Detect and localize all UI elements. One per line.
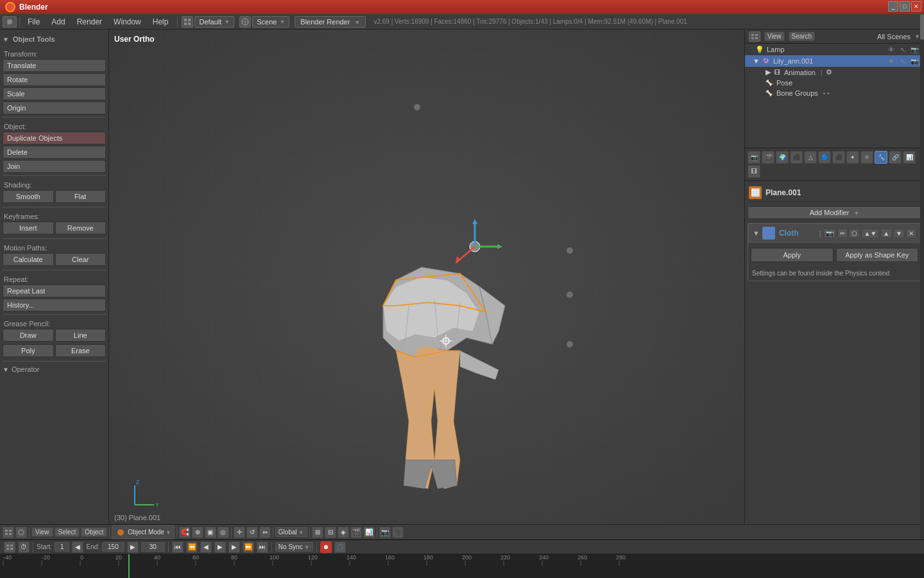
insert-button[interactable]: Insert [3,222,54,234]
remove-button[interactable]: Remove [55,222,107,234]
outliner-menu-icon[interactable] [749,31,760,42]
scene-icon[interactable] [239,16,251,28]
modifier-edit-btn[interactable]: ✏ [837,229,848,238]
bt-view-type-icon[interactable] [15,527,27,538]
tl-prev-btn[interactable]: ◀ [72,541,83,553]
menu-file[interactable]: File [22,16,45,28]
prop-constraints-icon[interactable]: 🔗 [889,151,902,164]
outliner-item-lily[interactable]: ▼ 🔮 Lily_ann.001 👁 ↖ 📷 [745,55,924,67]
viewport-animate-icon[interactable]: 🎥 [392,527,404,538]
modifier-cage-btn[interactable]: ⬡ [849,229,860,238]
prop-anim-icon[interactable]: 🎞 [748,165,760,178]
menu-add[interactable]: Add [46,16,70,28]
rotate-button[interactable]: Rotate [3,73,106,86]
apply-button[interactable]: Apply [751,248,834,262]
prop-material-icon[interactable]: 🔵 [818,151,831,164]
tl-next-frame-btn[interactable]: ⏩ [243,541,254,553]
viewport-render-icon[interactable]: 📷 [379,527,391,538]
menu-help[interactable]: Help [148,16,174,28]
lamp-cursor-icon[interactable]: ↖ [898,45,907,54]
tl-type-icon[interactable]: ⏱ [18,541,30,553]
prop-physics-icon[interactable]: ⚛ [860,151,873,164]
outliner-search-btn[interactable]: Search [789,31,816,41]
minimize-button[interactable]: _ [888,1,898,12]
lamp-render-icon[interactable]: 📷 [910,45,919,54]
scene-dropdown[interactable]: Scene ▼ [252,16,289,28]
lily-cursor-icon[interactable]: ↖ [898,57,907,66]
outliner-scroll-thumb[interactable] [920,30,924,40]
modifier-move-down-btn[interactable]: ▼ [893,229,905,238]
move-icon[interactable]: ✛ [234,527,245,538]
timeline-ruler[interactable]: -40 -20 0 20 40 60 80 100 120 140 160 18… [0,554,924,578]
smooth-button[interactable]: Smooth [3,190,54,203]
calculate-button[interactable]: Calculate [3,253,54,266]
tl-prev-key-btn[interactable]: ◀ [200,541,212,553]
modifier-expand-icon[interactable]: ▼ [753,229,760,237]
modifier-delete-btn[interactable]: ✕ [906,229,916,238]
poly-button[interactable]: Poly [3,344,54,357]
scale-gizmo-icon[interactable]: ⇔ [259,527,271,538]
apply-as-shape-key-button[interactable]: Apply as Shape Key [836,248,919,262]
layout-dropdown[interactable]: Default ▼ [194,16,234,28]
lily-render-icon[interactable]: 📷 [910,57,919,66]
viewport[interactable]: User Ortho (30) Plane.001 Z Y [109,30,744,524]
tl-jump-end-btn[interactable]: ⏭ [257,541,268,553]
menu-render[interactable]: Render [72,16,107,28]
render-engine-dropdown[interactable]: Blender Render ▼ [295,16,366,28]
proportional-edit-icon[interactable]: ◎ [218,527,229,538]
outliner-item-pose[interactable]: 🦴 Pose [745,78,924,88]
menu-window[interactable]: Window [108,16,146,28]
tl-record-btn[interactable]: ⏺ [320,541,332,553]
translate-button[interactable]: Translate [3,59,106,72]
delete-button[interactable]: Delete [3,146,106,159]
clear-button[interactable]: Clear [55,253,107,266]
draw-button[interactable]: Draw [3,329,54,342]
viewport-content[interactable] [109,30,744,524]
outliner-scrollbar[interactable] [920,30,924,148]
prop-object-icon[interactable]: ⬛ [790,151,803,164]
modifier-move-up-btn[interactable]: ▲ [880,229,892,238]
tl-current-frame-input[interactable]: 30 [141,542,165,552]
prop-obj-data-icon[interactable]: 📊 [903,151,916,164]
close-button[interactable]: ✕ [911,1,921,12]
prop-world-icon[interactable]: 🌍 [776,151,789,164]
origin-button[interactable]: Origin [3,101,106,114]
line-button[interactable]: Line [55,329,107,342]
prop-particles-icon[interactable]: ✦ [846,151,859,164]
modifier-render-btn[interactable]: 📷 [823,229,836,238]
add-modifier-button[interactable]: Add Modifier ▼ [748,206,921,219]
pivot-icon[interactable]: ⊕ [192,527,203,538]
outliner-view-btn[interactable]: View [764,31,785,41]
join-button[interactable]: Join [3,160,106,173]
lamp-eye-icon[interactable]: 👁 [887,45,896,54]
outliner-item-animation[interactable]: ▶ 🎞 Animation | ⚙ [745,67,924,78]
select-button[interactable]: Select [55,527,80,537]
erase-button[interactable]: Erase [55,344,107,357]
flat-button[interactable]: Flat [55,190,107,203]
lily-eye-icon[interactable]: 👁 [887,57,896,66]
blender-menu-icon[interactable] [3,16,17,28]
transform-orientation-dropdown[interactable]: Global ▼ [275,527,307,537]
prop-texture-icon[interactable]: ⬛ [832,151,845,164]
wireframe-icon[interactable]: ⊟ [325,527,336,538]
modifier-header[interactable]: ▼ Cloth | 📷 ✏ ⬡ ▲▼ ▲ ▼ [748,223,921,243]
history-button[interactable]: History... [3,299,106,311]
rotate-gizmo-icon[interactable]: ↺ [246,527,258,538]
maximize-button[interactable]: □ [900,1,910,12]
render-icon[interactable]: 🎬 [350,527,362,538]
modifier-expand-btn[interactable]: ▲▼ [861,229,879,238]
prop-modifier-icon[interactable]: 🔧 [875,151,887,164]
duplicate-objects-button[interactable]: Duplicate Objects [3,132,106,144]
scale-button[interactable]: Scale [3,87,106,100]
tl-prev-frame-btn[interactable]: ⏪ [186,541,198,553]
overlay-icon[interactable]: ⊞ [312,527,323,538]
tl-sync-dropdown[interactable]: No Sync ▼ [275,542,313,552]
snapping-icon[interactable]: 🧲 [179,527,191,538]
tl-next-key-btn[interactable]: ▶ [228,541,240,553]
prop-render-icon[interactable]: 📷 [748,151,760,164]
prop-mesh-icon[interactable]: △ [804,151,817,164]
tl-start-input[interactable]: 1 [55,542,70,552]
layout-icon[interactable] [182,16,193,28]
object-mode-dropdown[interactable]: Object Mode ▼ [112,525,175,539]
view-button[interactable]: View [31,527,53,537]
